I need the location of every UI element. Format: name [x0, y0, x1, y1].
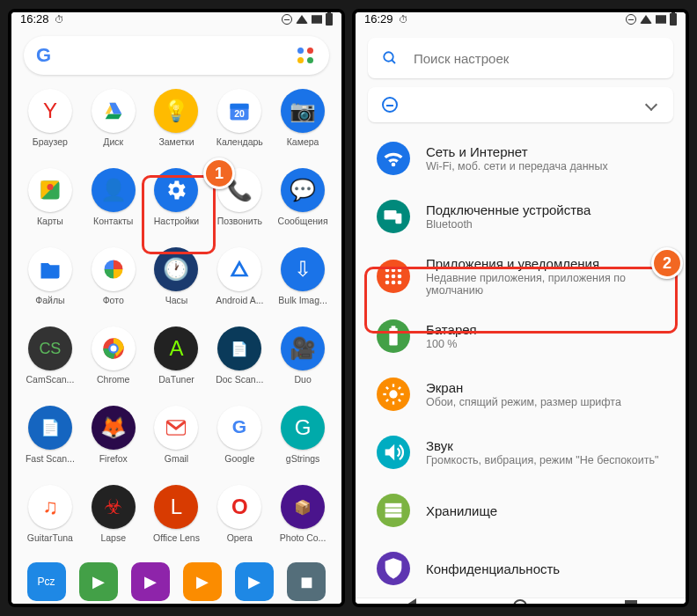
settings-row-title: Экран — [426, 380, 664, 395]
status-bar: 16:28 ⏱ — [11, 12, 341, 26]
app-photo-compress[interactable]: 📦Photo Co... — [271, 481, 334, 559]
settings-storage-icon — [377, 494, 410, 527]
app-gmail-icon — [154, 406, 198, 450]
alarm-icon: ⏱ — [55, 14, 64, 25]
settings-display[interactable]: ЭкранОбои, спящий режим, размер шрифта — [356, 365, 686, 423]
svg-rect-24 — [392, 326, 396, 329]
fav-2[interactable]: ▶ — [79, 562, 118, 601]
settings-privacy[interactable]: Конфиденциальность — [356, 539, 686, 598]
assistant-icon[interactable] — [294, 44, 317, 67]
settings-row-title: Звук — [426, 438, 664, 453]
svg-rect-34 — [385, 503, 402, 508]
dnd-icon — [282, 14, 292, 25]
google-search-bar[interactable]: G — [24, 36, 329, 75]
settings-search-bar[interactable]: Поиск настроек — [368, 38, 673, 78]
app-label: gStrings — [286, 453, 320, 464]
app-google-icon: G — [217, 406, 261, 450]
app-datuner[interactable]: ADaTuner — [145, 323, 209, 400]
app-duo[interactable]: 🎥Duo — [271, 323, 334, 400]
app-keep-icon: 💡 — [154, 89, 198, 133]
app-keep[interactable]: 💡Заметки — [145, 85, 209, 163]
app-clock[interactable]: 🕐Часы — [145, 244, 209, 321]
app-office-lens-icon: L — [154, 485, 198, 529]
app-android-auto[interactable]: Android A... — [208, 244, 271, 321]
search-icon — [382, 50, 398, 66]
app-fast-scanner[interactable]: 📄Fast Scan... — [18, 402, 82, 480]
app-maps[interactable]: Карты — [18, 165, 82, 242]
app-doc-scanner[interactable]: 📄Doc Scan... — [208, 323, 271, 400]
app-settings-icon — [154, 168, 198, 212]
app-guitartuna-icon: ♫ — [28, 485, 72, 529]
fav-6[interactable]: ◼ — [287, 562, 326, 601]
app-files-icon — [28, 247, 72, 291]
app-camera[interactable]: 📷Камера — [271, 85, 334, 163]
app-label: Файлы — [35, 295, 64, 305]
app-opera[interactable]: OOpera — [208, 481, 271, 559]
app-doc-scanner-icon: 📄 — [217, 326, 261, 370]
app-photo-compress-icon: 📦 — [281, 485, 325, 529]
svg-line-33 — [386, 400, 388, 401]
annotation-badge-1: 1 — [203, 158, 235, 189]
app-messages[interactable]: 💬Сообщения — [271, 165, 334, 242]
app-label: DaTuner — [158, 374, 194, 385]
settings-battery-icon — [377, 319, 410, 353]
app-firefox[interactable]: 🦊Firefox — [82, 402, 145, 480]
app-settings[interactable]: Настройки — [145, 165, 209, 242]
app-photos-icon — [92, 247, 136, 291]
svg-point-18 — [392, 275, 396, 279]
svg-point-22 — [398, 281, 402, 285]
app-gstrings[interactable]: GgStrings — [271, 402, 334, 480]
app-google[interactable]: GGoogle — [208, 402, 271, 480]
app-calendar[interactable]: 20Календарь — [208, 85, 271, 163]
app-lapse[interactable]: ☣Lapse — [82, 481, 145, 559]
settings-network[interactable]: Сеть и ИнтернетWi-Fi, моб. сети и переда… — [356, 129, 686, 187]
google-logo: G — [36, 44, 51, 67]
app-chrome[interactable]: Chrome — [82, 323, 145, 400]
remove-icon — [382, 97, 398, 113]
settings-connected[interactable]: Подключенные устройстваBluetooth — [356, 187, 686, 246]
app-label: Gmail — [165, 453, 188, 464]
app-guitartuna[interactable]: ♫GuitarTuna — [18, 481, 82, 559]
app-drive[interactable]: Диск — [82, 85, 145, 163]
nav-home-button[interactable] — [513, 599, 527, 607]
app-label: Контакты — [93, 216, 133, 226]
app-fast-scanner-icon: 📄 — [28, 406, 72, 450]
app-chrome-icon — [92, 326, 136, 370]
app-label: Chrome — [97, 374, 129, 385]
app-label: Office Lens — [153, 532, 200, 543]
settings-sound[interactable]: ЗвукГромкость, вибрация, режим "Не беспо… — [356, 423, 686, 481]
settings-row-title: Конфиденциальность — [426, 561, 664, 576]
app-label: Bulk Imag... — [278, 295, 326, 305]
nav-recent-button[interactable] — [625, 600, 637, 607]
fav-3[interactable]: ▶ — [131, 562, 170, 601]
settings-apps[interactable]: Приложения и уведомленияНедавние приложе… — [356, 246, 686, 307]
app-label: Карты — [37, 216, 63, 226]
settings-storage[interactable]: Хранилище — [356, 481, 686, 539]
app-label: Fast Scan... — [26, 453, 75, 464]
app-bulk-image[interactable]: ⇩Bulk Imag... — [271, 244, 334, 321]
svg-line-31 — [399, 400, 400, 401]
settings-suggestion-bar[interactable] — [368, 87, 673, 122]
app-yandex[interactable]: YБраузер — [18, 85, 82, 163]
app-label: Позвонить — [217, 216, 262, 226]
settings-row-title: Батарея — [426, 322, 664, 337]
app-contacts[interactable]: 👤Контакты — [82, 165, 145, 242]
nav-back-button[interactable] — [404, 598, 416, 607]
fav-4[interactable]: ▶ — [183, 562, 222, 601]
settings-row-title: Хранилище — [426, 503, 664, 518]
app-office-lens[interactable]: LOffice Lens — [145, 481, 209, 559]
svg-point-15 — [392, 268, 396, 273]
svg-line-11 — [392, 60, 395, 63]
app-label: Lapse — [100, 532, 126, 543]
app-gmail[interactable]: Gmail — [145, 402, 209, 480]
fav-1[interactable]: Pcz — [27, 562, 66, 601]
app-bulk-image-icon: ⇩ — [281, 247, 325, 291]
app-clock-icon: 🕐 — [154, 247, 198, 291]
app-photos[interactable]: Фото — [82, 244, 145, 321]
app-camscanner[interactable]: CSCamScan... — [18, 323, 82, 400]
app-files[interactable]: Файлы — [18, 244, 82, 321]
app-datuner-icon: A — [154, 326, 198, 370]
settings-battery[interactable]: Батарея100 % — [356, 307, 686, 365]
fav-5[interactable]: ▶ — [235, 562, 274, 601]
svg-point-14 — [385, 268, 390, 273]
